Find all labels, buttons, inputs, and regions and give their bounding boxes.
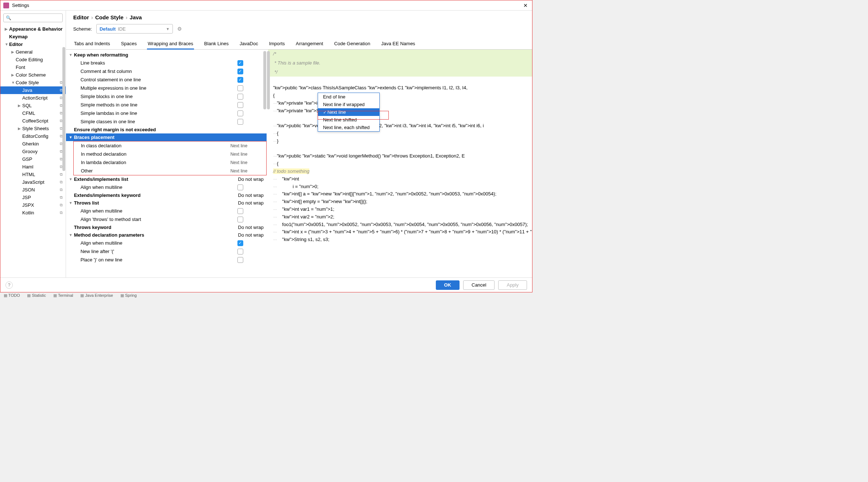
sidebar-item[interactable]: ▶Appearance & Behavior <box>0 25 66 33</box>
toolwindow-button[interactable]: Terminal <box>53 293 73 298</box>
option-header[interactable]: ▼Keep when reformatting <box>66 51 267 59</box>
checkbox[interactable] <box>237 249 243 254</box>
sidebar-item[interactable]: JSON⧉ <box>0 186 66 194</box>
option-checkbox-row[interactable]: Simple methods in one line <box>66 101 267 109</box>
sidebar-item[interactable]: Font <box>0 63 66 71</box>
checkbox[interactable] <box>237 102 243 108</box>
sidebar-item[interactable]: EditorConfig⧉ <box>0 132 66 140</box>
option-checkbox-row[interactable]: Simple classes in one line <box>66 117 267 126</box>
tab[interactable]: Imports <box>268 39 286 49</box>
option-header[interactable]: ▼Throws listDo not wrap <box>66 199 267 207</box>
option-header[interactable]: ▼Extends/implements listDo not wrap <box>66 175 267 183</box>
option-checkbox-row[interactable]: Place ')' on new line <box>66 256 267 264</box>
option-header[interactable]: Throws keywordDo not wrap <box>66 223 267 231</box>
sidebar-item[interactable]: CoffeeScript⧉ <box>0 117 66 125</box>
popup-item[interactable]: Next line shifted <box>318 116 379 124</box>
sidebar-item[interactable]: CFML⧉ <box>0 109 66 117</box>
sidebar-item[interactable]: JavaScript⧉ <box>0 178 66 186</box>
code-line: { <box>268 92 532 100</box>
checkbox[interactable] <box>237 119 243 125</box>
popup-item[interactable]: Next line <box>318 108 379 116</box>
tab[interactable]: Blank Lines <box>204 39 229 49</box>
checkbox[interactable]: ✓ <box>237 60 243 66</box>
option-checkbox-row[interactable]: Align when multiline✓ <box>66 239 267 247</box>
option-value-row[interactable]: OtherNext line <box>74 167 266 175</box>
help-icon[interactable]: ? <box>5 281 13 289</box>
option-checkbox-row[interactable]: Align 'throws' to method start <box>66 215 267 223</box>
checkbox[interactable] <box>237 85 243 91</box>
braces-popup[interactable]: End of lineNext line if wrappedNext line… <box>318 93 380 132</box>
scrollbar[interactable] <box>62 47 65 171</box>
scrollbar[interactable] <box>267 51 270 109</box>
checkbox[interactable] <box>237 208 243 214</box>
tab[interactable]: Spaces <box>120 39 137 49</box>
code-line: */ <box>268 68 532 77</box>
option-checkbox-row[interactable]: Simple lambdas in one line <box>66 109 267 117</box>
option-checkbox-row[interactable]: Align when multiline <box>66 207 267 215</box>
tab[interactable]: JavaDoc <box>239 39 259 49</box>
options-panel[interactable]: ▼Keep when reformattingLine breaks✓Comme… <box>66 50 267 277</box>
tab[interactable]: Code Generation <box>333 39 371 49</box>
toolwindow-button[interactable]: TODO <box>4 293 20 298</box>
toolwindow-button[interactable]: Statistic <box>27 293 46 298</box>
toolwindow-button[interactable]: Spring <box>120 293 137 298</box>
sidebar-item[interactable]: JSPX⧉ <box>0 201 66 209</box>
option-header[interactable]: ▼Method declaration parametersDo not wra… <box>66 231 267 239</box>
sidebar-item[interactable]: ActionScript⧉ <box>0 94 66 102</box>
tab[interactable]: Tabs and Indents <box>73 39 111 49</box>
popup-item[interactable]: Next line if wrapped <box>318 101 379 108</box>
toolwindow-button[interactable]: Java Enterprise <box>80 293 113 298</box>
option-value-row[interactable]: In class declarationNext line <box>74 141 266 150</box>
option-checkbox-row[interactable]: Align when multiline <box>66 183 267 191</box>
sidebar-item[interactable]: ▶General <box>0 48 66 56</box>
popup-item[interactable]: Next line, each shifted <box>318 124 379 131</box>
apply-button[interactable]: Apply <box>498 280 527 290</box>
scrollbar[interactable] <box>263 51 266 109</box>
option-checkbox-row[interactable]: Line breaks✓ <box>66 59 267 67</box>
sidebar-item[interactable]: Code Editing <box>0 56 66 63</box>
sidebar-item[interactable]: GSP⧉ <box>0 155 66 163</box>
option-value-row[interactable]: In lambda declarationNext line <box>74 158 266 167</box>
popup-item[interactable]: End of line <box>318 93 379 101</box>
gear-icon[interactable]: ⚙ <box>177 26 182 32</box>
scheme-select[interactable]: Default IDE ▼ <box>96 24 173 34</box>
cancel-button[interactable]: Cancel <box>463 280 495 290</box>
sidebar-item[interactable]: Gherkin⧉ <box>0 140 66 148</box>
settings-tree[interactable]: ▶Appearance & BehaviorKeymap▼Editor▶Gene… <box>0 25 66 277</box>
sidebar-item[interactable]: Haml⧉ <box>0 163 66 171</box>
sidebar-item[interactable]: Groovy⧉ <box>0 148 66 155</box>
checkbox[interactable]: ✓ <box>237 77 243 83</box>
tab[interactable]: Wrapping and Braces <box>147 39 194 49</box>
tab[interactable]: Arrangement <box>295 39 324 49</box>
option-checkbox-row[interactable]: Simple blocks in one line <box>66 92 267 101</box>
option-checkbox-row[interactable]: New line after '(' <box>66 247 267 256</box>
sidebar-item[interactable]: Java⧉ <box>0 86 66 94</box>
sidebar-item[interactable]: ▶Color Scheme <box>0 71 66 79</box>
sidebar-item[interactable]: ▼Editor <box>0 40 66 48</box>
checkbox[interactable] <box>237 257 243 263</box>
option-value-row[interactable]: In method declarationNext line <box>74 150 266 158</box>
option-checkbox-row[interactable]: Multiple expressions in one line <box>66 84 267 92</box>
ok-button[interactable]: OK <box>436 280 460 290</box>
option-checkbox-row[interactable]: Comment at first column✓ <box>66 67 267 75</box>
checkbox[interactable]: ✓ <box>237 69 243 74</box>
checkbox[interactable] <box>237 217 243 222</box>
option-header[interactable]: Extends/implements keywordDo not wrap <box>66 191 267 199</box>
checkbox[interactable] <box>237 94 243 100</box>
sidebar-item[interactable]: ▶SQL⧉ <box>0 102 66 109</box>
sidebar-item[interactable]: JSP⧉ <box>0 194 66 201</box>
checkbox[interactable] <box>237 110 243 116</box>
close-icon[interactable]: ✕ <box>522 3 529 8</box>
tab[interactable]: Java EE Names <box>380 39 416 49</box>
sidebar-item[interactable]: ▼Code Style⧉ <box>0 79 66 86</box>
sidebar-item[interactable]: HTML⧉ <box>0 171 66 178</box>
checkbox[interactable] <box>237 184 243 190</box>
sidebar-item[interactable]: Keymap <box>0 33 66 40</box>
option-header[interactable]: ▼Braces placement <box>66 133 267 141</box>
checkbox[interactable]: ✓ <box>237 240 243 246</box>
search-input[interactable]: 🔍 <box>3 13 63 22</box>
sidebar-item[interactable]: Kotlin⧉ <box>0 209 66 217</box>
option-header[interactable]: Ensure right margin is not exceeded <box>66 126 267 133</box>
option-checkbox-row[interactable]: Control statement in one line✓ <box>66 75 267 84</box>
sidebar-item[interactable]: ▶Style Sheets⧉ <box>0 125 66 132</box>
